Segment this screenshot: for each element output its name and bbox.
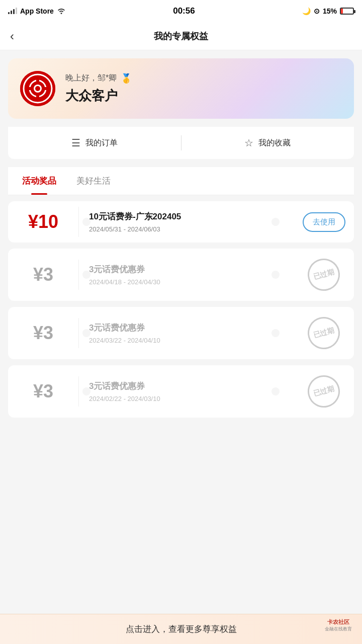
amount-text-1: ¥10 bbox=[28, 211, 58, 232]
use-coupon-button-1[interactable]: 去使用 bbox=[303, 212, 345, 232]
medal-icon: 🥇 bbox=[121, 73, 132, 84]
favorites-icon: ☆ bbox=[244, 137, 253, 149]
moon-icon: 🌙 bbox=[302, 7, 311, 15]
wifi-icon bbox=[57, 7, 66, 16]
quick-actions: ☰ 我的订单 ☆ 我的收藏 bbox=[8, 127, 354, 159]
user-info: 晚上好，邹*卿 🥇 大众客户 bbox=[65, 73, 132, 105]
amount-text-2: ¥3 bbox=[33, 264, 53, 285]
bottom-banner-text: 点击进入，查看更多尊享权益 bbox=[126, 623, 237, 635]
bank-logo bbox=[20, 71, 55, 106]
coupon-name-3: 3元话费优惠券 bbox=[89, 322, 284, 334]
coupon-action-3: 已过期 bbox=[294, 307, 354, 359]
coupon-amount-2: ¥3 bbox=[8, 254, 78, 295]
tab-good-life[interactable]: 美好生活 bbox=[66, 167, 121, 195]
signal-icon bbox=[8, 7, 17, 16]
coupon-date-2: 2024/04/18 - 2024/04/30 bbox=[89, 278, 284, 286]
tab-activity-prizes[interactable]: 活动奖品 bbox=[12, 167, 66, 195]
coupon-amount-4: ¥3 bbox=[8, 371, 78, 412]
coupon-name-4: 3元话费优惠券 bbox=[89, 380, 284, 392]
coupon-info-4: 3元话费优惠券 2024/02/22 - 2024/03/10 bbox=[79, 371, 294, 412]
coupon-list: ¥10 10元话费券-广东202405 2024/05/31 - 2024/06… bbox=[8, 201, 354, 418]
page-title: 我的专属权益 bbox=[154, 30, 208, 42]
amount-text-3: ¥3 bbox=[33, 323, 53, 344]
time-display: 00:56 bbox=[173, 6, 195, 16]
coupon-info-2: 3元话费优惠券 2024/04/18 - 2024/04/30 bbox=[79, 255, 294, 295]
tabs-container: 活动奖品 美好生活 bbox=[8, 167, 354, 195]
amount-text-4: ¥3 bbox=[33, 381, 53, 402]
user-type: 大众客户 bbox=[65, 87, 132, 105]
nav-bar: ‹ 我的专属权益 bbox=[0, 22, 362, 50]
greeting-row: 晚上好，邹*卿 🥇 bbox=[65, 73, 132, 84]
expired-stamp-2: 已过期 bbox=[304, 255, 343, 294]
expired-stamp-3: 已过期 bbox=[304, 313, 343, 353]
coupon-date-1: 2024/05/31 - 2024/06/03 bbox=[89, 225, 284, 233]
coupon-card-2: ¥3 3元话费优惠券 2024/04/18 - 2024/04/30 已过期 bbox=[8, 249, 354, 301]
coupon-action-2: 已过期 bbox=[294, 249, 354, 301]
coupon-amount-3: ¥3 bbox=[8, 312, 78, 354]
status-left: App Store bbox=[8, 7, 66, 16]
bottom-banner-logo: 卡农社区 金融在线教育 bbox=[325, 618, 352, 632]
battery-icon bbox=[340, 8, 354, 15]
status-bar: App Store 00:56 🌙 ⊙ 15% bbox=[0, 0, 362, 22]
coupon-name-1: 10元话费券-广东202405 bbox=[89, 211, 284, 222]
coupon-card-3: ¥3 3元话费优惠券 2024/03/22 - 2024/04/10 已过期 bbox=[8, 307, 354, 359]
back-button[interactable]: ‹ bbox=[10, 29, 14, 43]
orders-icon: ☰ bbox=[71, 137, 80, 149]
coupon-date-3: 2024/03/22 - 2024/04/10 bbox=[89, 337, 284, 344]
coupon-card-4: ¥3 3元话费优惠券 2024/02/22 - 2024/03/10 已过期 bbox=[8, 365, 354, 418]
coupon-amount-1: ¥10 bbox=[8, 201, 78, 243]
coupon-action-1: 去使用 bbox=[294, 202, 354, 242]
logo-sub: 金融在线教育 bbox=[325, 626, 352, 632]
bottom-banner[interactable]: 点击进入，查看更多尊享权益 卡农社区 金融在线教育 bbox=[0, 614, 362, 644]
battery-percent: 15% bbox=[323, 7, 337, 15]
coupon-action-4: 已过期 bbox=[294, 365, 354, 418]
my-favorites-button[interactable]: ☆ 我的收藏 bbox=[182, 127, 354, 159]
location-icon: ⊙ bbox=[314, 7, 320, 15]
logo-text: 卡农社区 bbox=[327, 618, 349, 626]
coupon-info-3: 3元话费优惠券 2024/03/22 - 2024/04/10 bbox=[79, 313, 294, 353]
expired-stamp-4: 已过期 bbox=[304, 372, 343, 411]
app-store-label: App Store bbox=[20, 7, 54, 15]
greeting-text: 晚上好，邹*卿 bbox=[65, 73, 117, 84]
coupon-date-4: 2024/02/22 - 2024/03/10 bbox=[89, 395, 284, 403]
coupon-card: ¥10 10元话费券-广东202405 2024/05/31 - 2024/06… bbox=[8, 201, 354, 243]
user-card: 晚上好，邹*卿 🥇 大众客户 bbox=[8, 58, 354, 119]
coupon-name-2: 3元话费优惠券 bbox=[89, 264, 284, 275]
orders-label: 我的订单 bbox=[85, 138, 118, 148]
status-right: 🌙 ⊙ 15% bbox=[302, 7, 354, 15]
favorites-label: 我的收藏 bbox=[258, 138, 291, 148]
my-orders-button[interactable]: ☰ 我的订单 bbox=[8, 127, 181, 159]
svg-point-6 bbox=[35, 86, 40, 91]
coupon-info-1: 10元话费券-广东202405 2024/05/31 - 2024/06/03 bbox=[79, 202, 294, 242]
